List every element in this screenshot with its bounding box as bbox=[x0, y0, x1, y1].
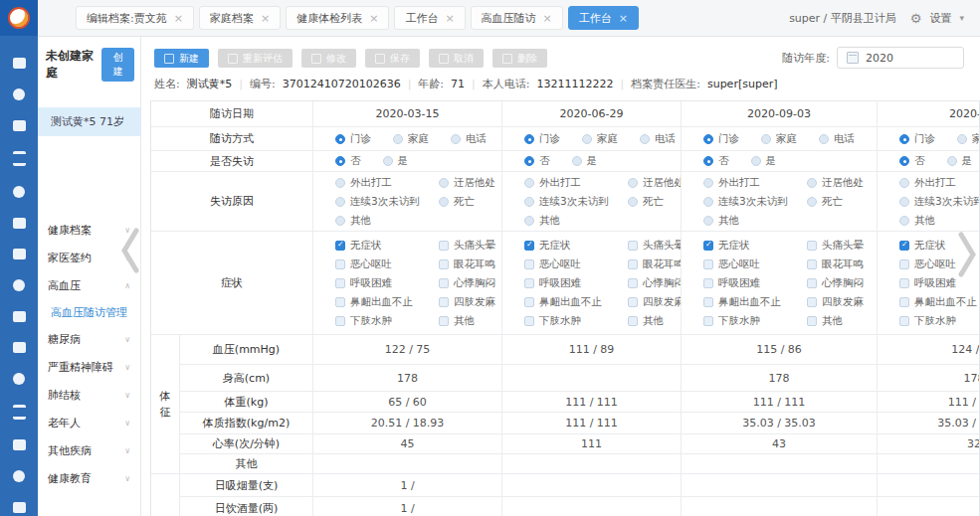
radio-死亡[interactable]: 死亡 bbox=[439, 195, 501, 209]
sidebar-item-高血压[interactable]: 高血压∧ bbox=[38, 271, 140, 299]
checkbox-呼吸困难[interactable]: 呼吸困难 bbox=[703, 276, 803, 290]
checkbox-眼花耳鸣[interactable]: 眼花耳鸣 bbox=[807, 258, 877, 271]
保存-button[interactable]: 保存 bbox=[365, 49, 420, 68]
checkbox-眼花耳鸣[interactable]: 眼花耳鸣 bbox=[628, 258, 681, 271]
tab-高血压随访[interactable]: 高血压随访× bbox=[471, 6, 563, 30]
sidebar-item-糖尿病[interactable]: 糖尿病∨ bbox=[38, 325, 140, 353]
radio-是[interactable]: 是 bbox=[383, 154, 409, 168]
radio-否[interactable]: 否 bbox=[703, 154, 729, 168]
radio-外出打工[interactable]: 外出打工 bbox=[899, 176, 980, 190]
user-info[interactable]: super / 平阴县卫计局 bbox=[789, 11, 896, 26]
close-icon[interactable]: × bbox=[261, 13, 270, 24]
radio-死亡[interactable]: 死亡 bbox=[807, 195, 877, 209]
checkbox-四肢发麻[interactable]: 四肢发麻 bbox=[439, 295, 501, 309]
rail-icon[interactable] bbox=[13, 120, 26, 131]
rail-icon[interactable] bbox=[13, 249, 26, 259]
radio-迁居他处[interactable]: 迁居他处 bbox=[807, 176, 877, 190]
close-icon[interactable]: × bbox=[445, 13, 454, 24]
checkbox-四肢发麻[interactable]: 四肢发麻 bbox=[807, 295, 877, 309]
scroll-right-icon[interactable] bbox=[954, 231, 980, 278]
radio-否[interactable]: 否 bbox=[899, 154, 925, 168]
checkbox-无症状[interactable]: 无症状 bbox=[335, 239, 435, 253]
sidebar-item-严重精神障碍[interactable]: 严重精神障碍∨ bbox=[38, 353, 140, 381]
radio-连续3次未访到[interactable]: 连续3次未访到 bbox=[899, 195, 980, 209]
close-icon[interactable]: × bbox=[543, 13, 552, 24]
radio-是[interactable]: 是 bbox=[751, 154, 777, 168]
radio-电话[interactable]: 电话 bbox=[451, 132, 487, 146]
radio-家庭[interactable]: 家庭 bbox=[957, 132, 980, 146]
close-icon[interactable]: × bbox=[619, 13, 628, 24]
radio-其他[interactable]: 其他 bbox=[524, 214, 624, 228]
checkbox-鼻衄出血不止[interactable]: 鼻衄出血不止 bbox=[899, 295, 980, 309]
tab-健康体检列表[interactable]: 健康体检列表× bbox=[286, 6, 389, 30]
rail-icon[interactable] bbox=[13, 470, 25, 482]
radio-是[interactable]: 是 bbox=[947, 154, 973, 168]
checkbox-心悸胸闷[interactable]: 心悸胸闷 bbox=[807, 276, 877, 290]
tab-家庭档案[interactable]: 家庭档案× bbox=[199, 6, 281, 30]
gear-icon[interactable]: ⚙ bbox=[910, 11, 922, 26]
radio-否[interactable]: 否 bbox=[524, 154, 550, 168]
radio-电话[interactable]: 电话 bbox=[819, 132, 855, 146]
radio-外出打工[interactable]: 外出打工 bbox=[524, 176, 624, 190]
rail-icon[interactable] bbox=[13, 186, 25, 198]
radio-是[interactable]: 是 bbox=[572, 154, 598, 168]
radio-迁居他处[interactable]: 迁居他处 bbox=[439, 176, 501, 190]
sidebar-item-老年人[interactable]: 老年人∨ bbox=[38, 409, 140, 436]
visit-year-input[interactable]: 2020 bbox=[837, 47, 964, 69]
sidebar-subitem-高血压随访管理[interactable]: 高血压随访管理 bbox=[38, 299, 140, 325]
checkbox-下肢水肿[interactable]: 下肢水肿 bbox=[899, 314, 980, 328]
create-button[interactable]: 创建 bbox=[101, 48, 134, 82]
settings-label[interactable]: 设置 bbox=[929, 11, 951, 26]
radio-外出打工[interactable]: 外出打工 bbox=[703, 176, 803, 190]
sidebar-item-健康教育[interactable]: 健康教育∨ bbox=[38, 464, 140, 492]
checkbox-眼花耳鸣[interactable]: 眼花耳鸣 bbox=[439, 258, 501, 271]
rail-icon[interactable] bbox=[13, 311, 26, 322]
checkbox-头痛头晕[interactable]: 头痛头晕 bbox=[439, 239, 501, 253]
checkbox-恶心呕吐[interactable]: 恶心呕吐 bbox=[524, 258, 624, 271]
新建-button[interactable]: 新建 bbox=[154, 49, 209, 68]
radio-家庭[interactable]: 家庭 bbox=[761, 132, 797, 146]
radio-门诊[interactable]: 门诊 bbox=[899, 132, 935, 146]
radio-其他[interactable]: 其他 bbox=[899, 214, 980, 228]
rail-icon[interactable] bbox=[13, 88, 25, 100]
checkbox-呼吸困难[interactable]: 呼吸困难 bbox=[524, 276, 624, 290]
checkbox-下肢水肿[interactable]: 下肢水肿 bbox=[524, 314, 624, 328]
rail-icon[interactable] bbox=[13, 151, 26, 166]
radio-迁居他处[interactable]: 迁居他处 bbox=[628, 176, 681, 190]
checkbox-其他[interactable]: 其他 bbox=[807, 314, 877, 328]
rail-icon[interactable] bbox=[13, 439, 26, 450]
删除-button[interactable]: 删除 bbox=[492, 49, 547, 68]
sidebar-item-其他疾病[interactable]: 其他疾病∨ bbox=[38, 436, 140, 464]
radio-门诊[interactable]: 门诊 bbox=[703, 132, 739, 146]
checkbox-恶心呕吐[interactable]: 恶心呕吐 bbox=[703, 258, 803, 271]
rail-icon[interactable] bbox=[13, 218, 26, 229]
tab-编辑档案:贾文苑[interactable]: 编辑档案:贾文苑× bbox=[76, 6, 194, 30]
修改-button[interactable]: 修改 bbox=[301, 49, 356, 68]
scroll-left-icon[interactable] bbox=[117, 227, 143, 274]
rail-icon[interactable] bbox=[13, 342, 26, 353]
sidebar-item-肺结核[interactable]: 肺结核∨ bbox=[38, 381, 140, 409]
radio-其他[interactable]: 其他 bbox=[335, 214, 435, 228]
close-icon[interactable]: × bbox=[369, 13, 378, 24]
app-logo[interactable] bbox=[0, 0, 38, 36]
rail-icon[interactable] bbox=[13, 279, 25, 291]
rail-icon[interactable] bbox=[13, 373, 25, 385]
radio-连续3次未访到[interactable]: 连续3次未访到 bbox=[524, 195, 624, 209]
取消-button[interactable]: 取消 bbox=[429, 49, 484, 68]
checkbox-恶心呕吐[interactable]: 恶心呕吐 bbox=[335, 258, 435, 271]
radio-死亡[interactable]: 死亡 bbox=[628, 195, 681, 209]
checkbox-鼻衄出血不止[interactable]: 鼻衄出血不止 bbox=[703, 295, 803, 309]
checkbox-无症状[interactable]: 无症状 bbox=[703, 239, 803, 253]
checkbox-鼻衄出血不止[interactable]: 鼻衄出血不止 bbox=[524, 295, 624, 309]
checkbox-下肢水肿[interactable]: 下肢水肿 bbox=[335, 314, 435, 328]
radio-连续3次未访到[interactable]: 连续3次未访到 bbox=[703, 195, 803, 209]
radio-电话[interactable]: 电话 bbox=[640, 132, 676, 146]
rail-icon[interactable] bbox=[13, 405, 26, 420]
checkbox-其他[interactable]: 其他 bbox=[628, 314, 681, 328]
radio-门诊[interactable]: 门诊 bbox=[524, 132, 560, 146]
patient-list-item[interactable]: 测试黄*5 71岁 bbox=[38, 107, 140, 136]
radio-其他[interactable]: 其他 bbox=[703, 214, 803, 228]
radio-门诊[interactable]: 门诊 bbox=[335, 132, 371, 146]
radio-连续3次未访到[interactable]: 连续3次未访到 bbox=[335, 195, 435, 209]
rail-icon[interactable] bbox=[13, 58, 26, 69]
